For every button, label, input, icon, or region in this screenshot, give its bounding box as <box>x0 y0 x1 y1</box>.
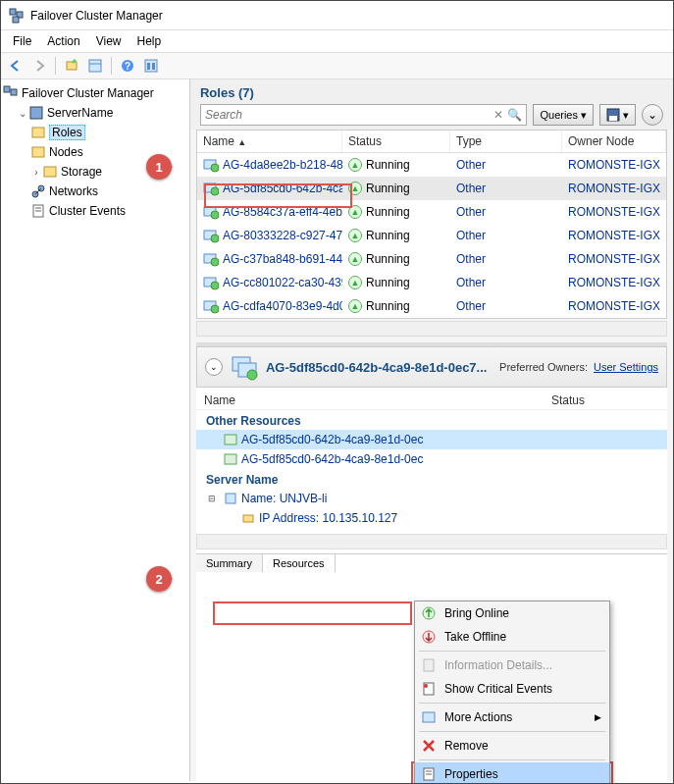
tree-server[interactable]: ⌄ ServerName <box>3 103 187 123</box>
online-icon <box>419 603 439 623</box>
svg-rect-2 <box>13 17 19 23</box>
svg-point-26 <box>211 164 219 172</box>
details-title: AG-5df85cd0-642b-4ca9-8e1d-0ec7... <box>266 360 499 375</box>
up-button[interactable] <box>61 55 82 77</box>
server-name-row[interactable]: ⊟ Name: UNJVB-li <box>196 489 667 508</box>
forward-button[interactable] <box>28 55 50 77</box>
context-menu: Bring Online Take Offline Information De… <box>414 601 610 784</box>
menu-file[interactable]: File <box>5 32 39 50</box>
menu-take-offline[interactable]: Take Offline <box>415 625 609 649</box>
svg-rect-0 <box>10 9 16 15</box>
table-row[interactable]: AG-cc801022-ca30-439...▲RunningOtherROMO… <box>197 271 666 294</box>
running-icon: ▲ <box>348 299 362 313</box>
svg-rect-14 <box>32 128 44 137</box>
titlebar: Failover Cluster Manager <box>1 1 673 30</box>
view-button[interactable] <box>84 55 106 77</box>
refresh-button[interactable] <box>140 55 162 77</box>
svg-rect-4 <box>89 60 101 72</box>
callout-2: 2 <box>146 566 172 592</box>
menu-help[interactable]: Help <box>130 32 170 50</box>
col-status[interactable]: Status <box>342 131 450 152</box>
svg-point-41 <box>247 370 257 380</box>
tab-resources[interactable]: Resources <box>263 553 336 572</box>
tree-networks[interactable]: Networks <box>3 182 187 201</box>
table-row[interactable]: AG-4da8ee2b-b218-48e...▲RunningOtherROMO… <box>197 153 666 177</box>
resource-icon <box>224 452 237 466</box>
tree-roles[interactable]: Roles <box>3 123 187 142</box>
grid-header: Name ▲ Status Type Owner Node <box>197 131 666 153</box>
ip-row[interactable]: IP Address: 10.135.10.127 <box>196 508 667 528</box>
resource-row[interactable]: AG-5df85cd0-642b-4ca9-8e1d-0ec <box>196 449 667 469</box>
running-icon: ▲ <box>348 276 362 289</box>
search-box[interactable]: ✕ 🔍 <box>200 104 527 126</box>
tree-cluster-events[interactable]: Cluster Events <box>3 201 187 221</box>
table-row[interactable]: AG-80333228-c927-476...▲RunningOtherROMO… <box>197 224 666 247</box>
col-type[interactable]: Type <box>450 131 562 152</box>
resource-row[interactable]: AG-5df85cd0-642b-4ca9-8e1d-0ec <box>196 430 667 449</box>
svg-rect-13 <box>30 107 42 119</box>
menu-properties[interactable]: Properties <box>415 762 609 784</box>
expander-icon[interactable]: ⌄ <box>17 108 28 119</box>
menu-remove[interactable]: Remove <box>415 734 609 758</box>
toolbar: ? <box>1 52 673 79</box>
svg-rect-24 <box>609 116 617 121</box>
svg-rect-43 <box>225 454 236 464</box>
nav-tree: Failover Cluster Manager ⌄ ServerName Ro… <box>1 79 190 781</box>
properties-icon <box>419 764 439 784</box>
menu-critical-events[interactable]: Show Critical Events <box>415 677 609 701</box>
svg-point-32 <box>211 235 219 242</box>
tab-summary[interactable]: Summary <box>196 554 263 572</box>
role-icon <box>203 204 219 220</box>
search-input[interactable] <box>205 108 493 122</box>
svg-point-28 <box>211 187 219 195</box>
collapse-button[interactable]: ⌄ <box>205 358 223 376</box>
running-icon: ▲ <box>348 182 362 195</box>
expander-icon[interactable]: ⊟ <box>208 494 220 503</box>
callout-1: 1 <box>146 154 172 180</box>
svg-rect-15 <box>32 147 44 157</box>
col-name[interactable]: Name ▲ <box>197 131 342 152</box>
back-button[interactable] <box>5 55 26 77</box>
role-icon <box>203 157 219 173</box>
table-row[interactable]: AG-cdfa4070-83e9-4d04...▲RunningOtherROM… <box>197 294 666 318</box>
horizontal-scrollbar[interactable] <box>196 321 667 337</box>
help-button[interactable]: ? <box>117 55 138 77</box>
search-icon[interactable]: 🔍 <box>507 108 522 122</box>
role-icon <box>203 251 219 267</box>
menu-action[interactable]: Action <box>39 32 87 50</box>
col-owner[interactable]: Owner Node <box>562 131 666 152</box>
window-title: Failover Cluster Manager <box>30 9 163 23</box>
submenu-arrow-icon: ▶ <box>595 712 601 722</box>
svg-rect-16 <box>44 167 56 177</box>
queries-button[interactable]: Queries▾ <box>533 104 594 126</box>
svg-point-30 <box>211 211 219 219</box>
role-icon <box>203 181 219 196</box>
info-icon <box>419 655 439 675</box>
expand-button[interactable]: ⌄ <box>642 104 663 126</box>
menu-view[interactable]: View <box>88 32 130 50</box>
svg-point-34 <box>211 258 219 266</box>
svg-point-36 <box>211 282 219 289</box>
menubar: File Action View Help <box>1 30 673 52</box>
table-row[interactable]: AG-5df85cd0-642b-4ca9...▲RunningOtherROM… <box>197 177 666 200</box>
resource-icon <box>224 433 237 446</box>
details-col-status[interactable]: Status <box>551 393 659 407</box>
svg-rect-8 <box>145 60 157 72</box>
save-button[interactable]: ▾ <box>599 104 636 126</box>
tree-root[interactable]: Failover Cluster Manager <box>3 83 187 103</box>
clear-icon[interactable]: ✕ <box>493 108 503 122</box>
table-row[interactable]: AG-c37ba848-b691-44b...▲RunningOtherROMO… <box>197 247 666 271</box>
menu-bring-online[interactable]: Bring Online <box>415 601 609 625</box>
svg-rect-12 <box>11 89 17 95</box>
section-server-name: Server Name <box>196 469 667 489</box>
details-col-name[interactable]: Name <box>204 393 551 407</box>
content-title: Roles (7) <box>200 85 663 100</box>
horizontal-scrollbar[interactable] <box>196 534 667 549</box>
roles-grid: Name ▲ Status Type Owner Node AG-4da8ee2… <box>196 130 667 319</box>
table-row[interactable]: AG-8584c37a-eff4-4ebd-...▲RunningOtherRO… <box>197 200 666 224</box>
user-settings-link[interactable]: User Settings <box>594 361 658 373</box>
preferred-owners-label: Preferred Owners: <box>499 361 588 373</box>
svg-rect-45 <box>243 515 253 522</box>
expander-icon[interactable]: › <box>30 167 42 178</box>
menu-more-actions[interactable]: More Actions ▶ <box>415 706 609 729</box>
